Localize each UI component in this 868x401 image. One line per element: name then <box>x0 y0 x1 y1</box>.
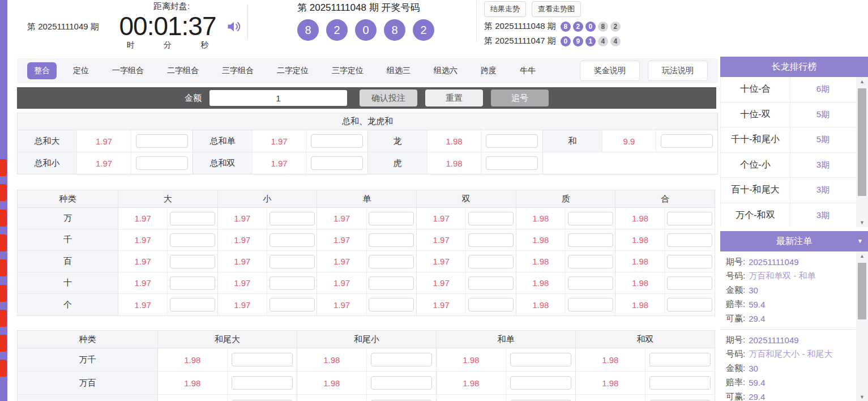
order-field-value: 20251111049 <box>749 335 798 345</box>
left-strip-marker <box>0 360 7 377</box>
bet-amount-input[interactable] <box>270 212 315 225</box>
bet-amount-input[interactable] <box>371 353 432 366</box>
scroll-down-icon[interactable]: ▼ <box>860 218 865 227</box>
tab-跨度[interactable]: 跨度 <box>474 62 503 79</box>
bet-input-cell <box>481 130 542 152</box>
bet-amount-input[interactable] <box>661 134 713 148</box>
tab-牛牛[interactable]: 牛牛 <box>513 62 542 79</box>
result-trend-button[interactable]: 结果走势 <box>484 1 526 17</box>
amount-input[interactable] <box>209 90 347 106</box>
scroll-up-icon[interactable]: ▲ <box>860 251 865 261</box>
confirm-bet-button[interactable]: 确认投注 <box>360 89 417 106</box>
bet-amount-input[interactable] <box>369 298 414 312</box>
row-label: 百 <box>18 251 118 272</box>
bet-amount-input[interactable] <box>136 134 188 148</box>
bet-amount-input[interactable] <box>369 233 414 247</box>
bet-amount-input[interactable] <box>510 353 571 366</box>
bet-amount-input[interactable] <box>468 212 514 225</box>
bet-amount-input[interactable] <box>468 233 514 247</box>
reset-button[interactable]: 重置 <box>425 89 483 106</box>
order-field-label: 金额: <box>726 363 745 374</box>
streak-count: 5期 <box>790 103 856 127</box>
rules-info-button[interactable]: 玩法说明 <box>648 61 708 81</box>
bet-amount-input[interactable] <box>270 298 315 312</box>
bet-amount-input[interactable] <box>170 212 215 225</box>
bet-amount-input[interactable] <box>486 134 538 148</box>
bet-input-cell <box>367 348 437 371</box>
bet-pair: 1.98 <box>436 372 575 394</box>
bet-input-cell <box>168 272 217 293</box>
column-header: 双 <box>416 190 516 207</box>
prize-info-button[interactable]: 奖金说明 <box>580 61 640 81</box>
bet-amount-input[interactable] <box>270 233 315 247</box>
bet-amount-input[interactable] <box>136 156 188 170</box>
bet-input-cell <box>566 251 615 272</box>
bet-input-cell <box>665 294 715 315</box>
view-trend-chart-button[interactable]: 查看走势图 <box>532 1 581 17</box>
scroll-down-icon[interactable]: ▼ <box>860 393 865 401</box>
bet-amount-input[interactable] <box>311 156 363 170</box>
tab-组选三[interactable]: 组选三 <box>380 62 417 79</box>
order-field-value: 万百和单双 - 和单 <box>749 271 815 281</box>
bet-amount-input[interactable] <box>232 353 293 366</box>
bet-amount-input[interactable] <box>468 276 514 290</box>
bet-amount-input[interactable] <box>371 376 432 390</box>
bet-amount-input[interactable] <box>649 376 711 390</box>
bet-pair: 1.98 <box>615 294 715 315</box>
bet-amount-input[interactable] <box>270 255 315 268</box>
tab-三字组合[interactable]: 三字组合 <box>215 62 260 79</box>
header: 第 20251111049 期 距离封盘: 00:01:37 时 分 秒 第 2… <box>0 0 868 54</box>
bet-table-row: 万千1.981.981.981.98 <box>18 348 715 372</box>
bet-amount-input[interactable] <box>170 298 215 312</box>
scroll-thumb[interactable] <box>858 263 866 319</box>
bet-amount-input[interactable] <box>667 212 712 225</box>
tab-二字组合[interactable]: 二字组合 <box>160 62 206 79</box>
scroll-thumb[interactable] <box>858 88 866 196</box>
order-field-value: 59.4 <box>749 300 765 309</box>
bet-amount-input[interactable] <box>170 255 215 268</box>
bet-amount-input[interactable] <box>667 276 712 290</box>
bet-input-cell <box>466 229 515 250</box>
bet-amount-input[interactable] <box>468 255 514 268</box>
bet-amount-input[interactable] <box>510 376 571 390</box>
bet-amount-input[interactable] <box>170 233 215 247</box>
streak-scrollbar[interactable]: ▲ ▼ <box>856 77 868 227</box>
current-issue-label: 第 20251111049 期 <box>27 22 99 32</box>
bet-amount-input[interactable] <box>568 255 613 268</box>
bet-input-cell <box>466 272 515 293</box>
chase-number-button[interactable]: 追号 <box>491 89 549 106</box>
tab-定位[interactable]: 定位 <box>66 62 96 79</box>
bet-amount-input[interactable] <box>486 156 538 170</box>
tab-组选六[interactable]: 组选六 <box>427 62 464 79</box>
bet-label: 龙 <box>368 130 427 152</box>
bet-amount-input[interactable] <box>568 212 613 225</box>
bet-amount-input[interactable] <box>667 255 712 268</box>
row-label: 十 <box>18 272 118 293</box>
bet-amount-input[interactable] <box>311 134 363 148</box>
bet-odds: 1.98 <box>437 395 506 401</box>
tab-三字定位[interactable]: 三字定位 <box>325 62 370 79</box>
bet-amount-input[interactable] <box>232 376 293 390</box>
bet-amount-input[interactable] <box>667 233 712 247</box>
bet-amount-input[interactable] <box>568 298 613 312</box>
order-entry: 期号:20251111049号码:万百和尾大小 - 和尾大金额:30赔率:59.… <box>720 330 856 401</box>
tab-一字组合[interactable]: 一字组合 <box>105 62 151 79</box>
tab-二字定位[interactable]: 二字定位 <box>270 62 315 79</box>
countdown-units: 时 分 秒 <box>112 40 223 50</box>
bet-amount-input[interactable] <box>369 255 414 268</box>
bet-amount-input[interactable] <box>568 233 613 247</box>
scroll-up-icon[interactable]: ▲ <box>860 77 865 86</box>
bet-amount-input[interactable] <box>468 298 514 312</box>
orders-scrollbar[interactable]: ▲ ▼ <box>856 251 868 401</box>
bet-amount-input[interactable] <box>369 212 414 225</box>
tab-整合[interactable]: 整合 <box>27 62 57 79</box>
bet-amount-input[interactable] <box>649 353 711 366</box>
left-strip-marker <box>0 210 7 227</box>
bet-amount-input[interactable] <box>170 276 215 290</box>
bet-amount-input[interactable] <box>270 276 315 290</box>
speaker-icon[interactable] <box>225 19 242 37</box>
bet-amount-input[interactable] <box>667 298 712 312</box>
bet-amount-input[interactable] <box>369 276 414 290</box>
bet-amount-input[interactable] <box>568 276 613 290</box>
chevron-down-icon[interactable]: ▼ <box>857 238 863 244</box>
